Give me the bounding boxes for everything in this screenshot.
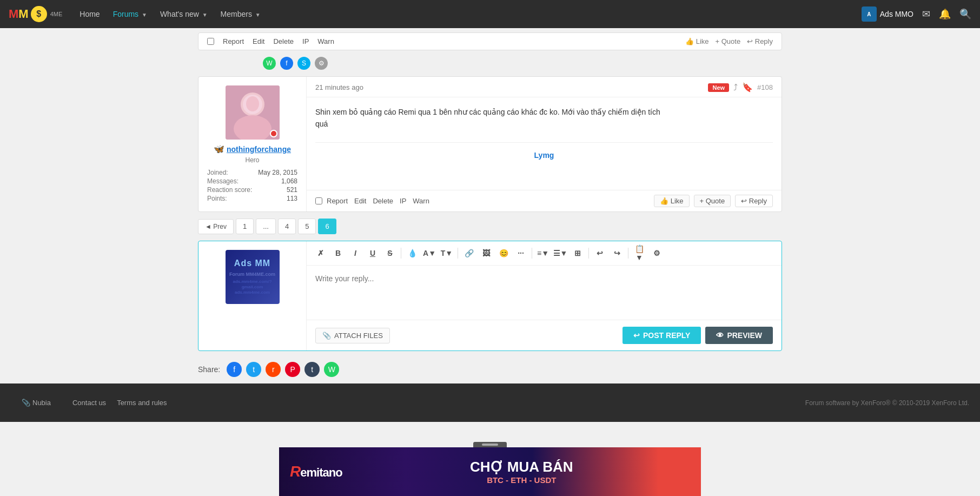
toolbar-align-btn[interactable]: ≡▼: [535, 246, 551, 261]
ip-btn-top[interactable]: IP: [302, 37, 309, 45]
user-menu[interactable]: A Ads MMO: [862, 6, 913, 22]
nubia-icon: 📎: [22, 399, 30, 407]
report-btn-top[interactable]: Report: [223, 37, 244, 45]
share-row: Share: f t r P t W: [198, 355, 782, 383]
nav-home[interactable]: Home: [78, 8, 101, 21]
share-icons: f t r P t W: [227, 362, 339, 377]
bell-icon[interactable]: 🔔: [939, 8, 951, 20]
post-mention[interactable]: Lymg: [534, 151, 554, 160]
toolbar-draft-btn[interactable]: 📋▼: [632, 246, 647, 261]
edit-btn-top[interactable]: Edit: [253, 37, 264, 45]
delete-btn[interactable]: Delete: [373, 197, 393, 205]
edit-btn[interactable]: Edit: [354, 197, 366, 205]
page-4-btn[interactable]: 4: [278, 219, 296, 234]
gear-icon[interactable]: ⚙: [315, 57, 328, 70]
toolbar-undo-btn[interactable]: ↩: [592, 246, 607, 261]
page-6-btn[interactable]: 6: [318, 219, 336, 234]
reply-editor-card: Ads MM Forum MM4ME.com ads.mm4me.com/?gm…: [198, 241, 782, 351]
warn-btn-top[interactable]: Warn: [317, 37, 334, 45]
toolbar-link-btn[interactable]: 🔗: [461, 246, 476, 261]
author-username[interactable]: nothingforchange: [227, 145, 291, 154]
navbar-right: A Ads MMO ✉ 🔔 🔍: [862, 6, 971, 22]
footer-contact-link[interactable]: Contact us: [72, 399, 106, 407]
nav-members[interactable]: Members ▼: [220, 8, 262, 21]
post-body: Shin xem bỏ quảng cáo Remi qua 1 bên như…: [307, 97, 782, 190]
toolbar-emoji-btn[interactable]: 😊: [496, 246, 511, 261]
quote-btn-top[interactable]: + Quote: [716, 37, 741, 45]
skype-icon[interactable]: S: [297, 57, 310, 70]
select-checkbox[interactable]: [207, 38, 214, 45]
page-1-btn[interactable]: 1: [236, 219, 254, 234]
post-timestamp: 21 minutes ago: [315, 83, 704, 91]
reply-author-sidebar: Ads MM Forum MM4ME.com ads.mm4me.com/?gm…: [198, 241, 307, 350]
reply-textarea[interactable]: [307, 266, 782, 320]
toolbar-image-btn[interactable]: 🖼: [479, 246, 494, 261]
post-bookmark-icon[interactable]: 🔖: [742, 82, 753, 92]
site-logo[interactable]: MM 4ME: [9, 6, 62, 22]
whats-new-arrow-icon: ▼: [202, 12, 208, 18]
post-header: 21 minutes ago New ⤴ 🔖 #108: [307, 77, 782, 97]
post-text: Shin xem bỏ quảng cáo Remi qua 1 bên như…: [315, 106, 773, 130]
tumblr-share-icon[interactable]: t: [304, 362, 320, 377]
footer-nubia-link[interactable]: 📎 Nubia: [11, 391, 62, 414]
toolbar-size-btn[interactable]: T▼: [439, 246, 454, 261]
nav-whats-new[interactable]: What's new ▼: [159, 8, 209, 21]
online-indicator: [270, 130, 277, 137]
toolbar-redo-btn[interactable]: ↪: [610, 246, 625, 261]
pagination: ◄ Prev 1 ... 4 5 6: [198, 219, 782, 234]
editor-toolbar: ✗ B I U S 💧 A▼ T▼ 🔗 🖼 😊 ··· ≡▼ ☰▼ ⊞ ↩: [307, 241, 782, 266]
nubia-label: Nubia: [32, 399, 51, 407]
post-action-buttons: Report Edit Delete IP Warn: [327, 197, 429, 205]
twitter-share-icon[interactable]: t: [246, 362, 261, 377]
post-share-icon[interactable]: ⤴: [733, 83, 738, 92]
user-name: Ads MMO: [880, 10, 913, 18]
toolbar-font-btn[interactable]: A▼: [422, 246, 437, 261]
post-reply-label: POST REPLY: [643, 331, 690, 340]
main-content: Report Edit Delete IP Warn 👍 Like + Quot…: [193, 32, 787, 383]
quote-button[interactable]: + Quote: [694, 195, 731, 207]
preview-btn[interactable]: 👁 PREVIEW: [705, 327, 773, 344]
toolbar-list-btn[interactable]: ☰▼: [553, 246, 568, 261]
toolbar-color-btn[interactable]: 💧: [405, 246, 420, 261]
user-avatar: A: [862, 6, 877, 22]
toolbar-italic-btn[interactable]: I: [348, 246, 363, 261]
like-button[interactable]: 👍 Like: [654, 195, 689, 207]
reply-button[interactable]: ↩ Reply: [735, 195, 773, 207]
pinterest-share-icon[interactable]: P: [285, 362, 300, 377]
attach-files-btn[interactable]: 📎 ATTACH FILES: [315, 328, 390, 343]
toolbar-strikethrough-btn[interactable]: S: [382, 246, 398, 261]
toolbar-separator-3: [532, 248, 532, 259]
ip-btn[interactable]: IP: [400, 197, 406, 205]
report-btn[interactable]: Report: [327, 197, 348, 205]
coin-icon: [31, 6, 47, 22]
footer-select-checkbox[interactable]: [315, 197, 322, 204]
whatsapp-icon[interactable]: W: [263, 57, 276, 70]
nav-forums[interactable]: Forums ▼: [112, 8, 148, 21]
page-5-btn[interactable]: 5: [298, 219, 316, 234]
warn-btn[interactable]: Warn: [413, 197, 429, 205]
delete-btn-top[interactable]: Delete: [273, 37, 294, 45]
reply-btn-top[interactable]: ↩ Reply: [747, 37, 773, 45]
post-reply-btn[interactable]: ↩ POST REPLY: [623, 327, 701, 344]
toolbar-underline-btn[interactable]: U: [365, 246, 380, 261]
whatsapp-share-icon[interactable]: W: [324, 362, 339, 377]
author-avatar: [226, 85, 280, 140]
facebook-share-icon[interactable]: f: [227, 362, 242, 377]
mail-icon[interactable]: ✉: [922, 8, 930, 20]
toolbar-settings-btn[interactable]: ⚙: [649, 246, 664, 261]
reddit-share-icon[interactable]: r: [266, 362, 281, 377]
footer-terms-link[interactable]: Terms and rules: [117, 399, 167, 407]
post-number: #108: [757, 83, 773, 91]
facebook-icon[interactable]: f: [280, 57, 293, 70]
toolbar-separator-5: [628, 248, 628, 259]
search-icon[interactable]: 🔍: [959, 8, 971, 20]
editor-bottom-bar: 📎 ATTACH FILES ↩ POST REPLY 👁 PREVIEW: [307, 320, 782, 350]
footer-copyright: Forum software by XenForo® © 2010-2019 X…: [805, 399, 969, 407]
toolbar-clear-btn[interactable]: ✗: [313, 246, 328, 261]
toolbar-more-btn[interactable]: ···: [513, 246, 528, 261]
prev-page-btn[interactable]: ◄ Prev: [198, 219, 234, 234]
toolbar-table-btn[interactable]: ⊞: [570, 246, 585, 261]
toolbar-bold-btn[interactable]: B: [330, 246, 346, 261]
footer: 📎 Nubia Contact us Terms and rules Forum…: [0, 383, 980, 422]
toolbar-separator-4: [588, 248, 589, 259]
